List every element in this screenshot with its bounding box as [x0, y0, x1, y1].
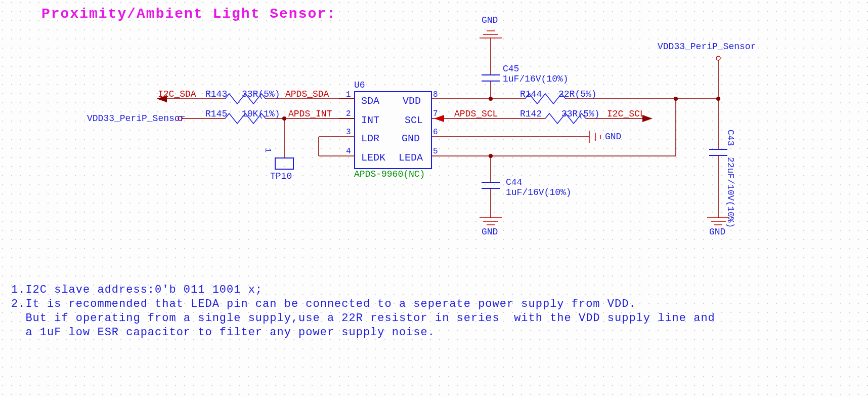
- pin-num-2: 2: [346, 109, 351, 118]
- pin-num-4: 4: [346, 147, 351, 156]
- c45-val: 1uF/16V(10%): [503, 74, 569, 84]
- pin-6-name: GND: [402, 133, 420, 144]
- pin-3-name: LDR: [361, 133, 379, 144]
- net-i2c-sda: I2C_SDA: [158, 89, 196, 99]
- r145-ref: R145: [205, 109, 227, 119]
- pin-8-name: VDD: [403, 95, 421, 107]
- net-vdd33-top: VDD33_PeriP_Sensor: [658, 42, 756, 52]
- r142-ref: R142: [520, 109, 542, 119]
- chip-ref: U6: [354, 80, 365, 90]
- pin-7-name: SCL: [405, 114, 423, 126]
- gnd-c44: GND: [482, 227, 498, 237]
- c43-ref: C43: [725, 130, 735, 146]
- pin-1-name: SDA: [361, 95, 379, 107]
- r142-val: 33R(5%): [561, 109, 600, 119]
- note-line-3: But if operating from a single supply,us…: [11, 312, 715, 325]
- r144-val: 22R(5%): [558, 89, 597, 99]
- pin-num-8: 8: [433, 90, 438, 99]
- gnd-c43: GND: [709, 227, 725, 237]
- pin-num-6: 6: [433, 128, 438, 137]
- tp10-ref: TP10: [270, 171, 292, 181]
- pin-num-7: 7: [433, 109, 438, 118]
- pin-4-name: LEDK: [361, 152, 385, 164]
- pin-2-name: INT: [361, 114, 379, 126]
- gnd-pin6: GND: [605, 132, 621, 142]
- c44-ref: C44: [506, 177, 522, 187]
- svg-rect-3: [275, 158, 293, 169]
- c44-val: 1uF/16V(10%): [506, 187, 572, 197]
- pin-num-3: 3: [346, 128, 351, 137]
- pin-num-1: 1: [346, 90, 351, 99]
- note-line-2: 2.It is recommended that LEDA pin can be…: [11, 298, 636, 310]
- net-apds-int: APDS_INT: [288, 109, 332, 119]
- c45-ref: C45: [503, 64, 519, 74]
- net-apds-scl: APDS_SCL: [454, 109, 498, 119]
- r143-ref: R143: [205, 89, 227, 99]
- net-vdd33-left: VDD33_PeriP_Sensor: [87, 113, 185, 124]
- net-i2c-scl: I2C_SCL: [607, 109, 645, 119]
- svg-point-22: [716, 56, 720, 60]
- r144-ref: R144: [520, 89, 542, 99]
- pin-5-name: LEDA: [399, 152, 423, 164]
- pin-num-5: 5: [433, 147, 438, 156]
- note-line-1: 1.I2C slave address:0'b 011 1001 x;: [11, 284, 263, 296]
- tp10-pin: 1: [263, 148, 272, 153]
- svg-point-16: [674, 97, 678, 101]
- c43-val: 22uF/10V(10%): [725, 157, 735, 228]
- r145-val: 10K(1%): [242, 109, 280, 119]
- net-apds-sda: APDS_SDA: [285, 89, 329, 99]
- gnd-top: GND: [482, 15, 498, 25]
- r143-val: 33R(5%): [242, 89, 280, 99]
- chip-part: APDS-9960(NC): [354, 169, 425, 179]
- note-line-4: a 1uF low ESR capacitor to filter any po…: [11, 326, 435, 339]
